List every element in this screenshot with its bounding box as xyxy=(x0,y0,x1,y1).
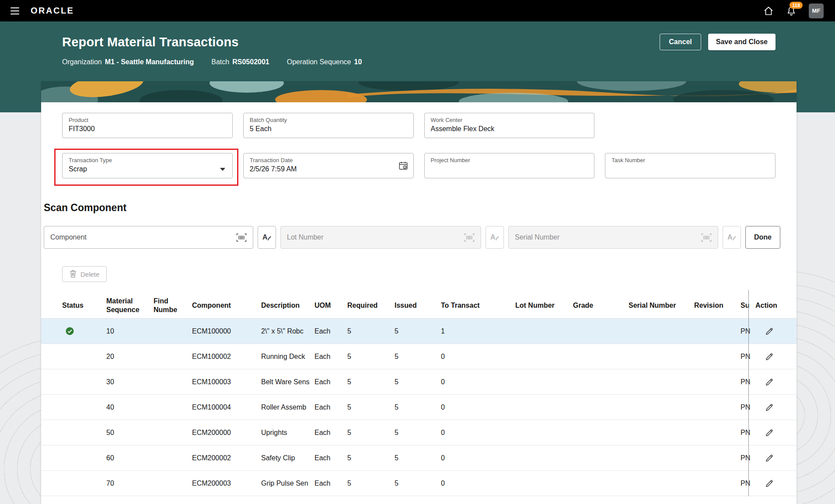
letter-a-glyph: A xyxy=(262,233,268,241)
avatar[interactable]: MF xyxy=(809,3,824,18)
cell-su: PN xyxy=(741,429,755,437)
transaction-date-field[interactable]: Transaction Date 2/5/26 7:59 AM xyxy=(243,153,414,178)
cell-to-transact: 0 xyxy=(441,353,515,361)
cell-material-sequence: 40 xyxy=(106,403,154,411)
column-header-grade: Grade xyxy=(573,301,629,310)
cell-issued: 5 xyxy=(395,429,441,437)
cell-su: PN xyxy=(741,327,755,335)
edit-pencil-icon[interactable] xyxy=(763,376,776,388)
context-batch: BatchRS0502001 xyxy=(211,58,269,66)
cell-description: Running Deck xyxy=(261,353,314,361)
batch-quantity-label: Batch Quantity xyxy=(250,117,407,123)
table-row[interactable]: 70ECM200003Grip Pulse SenEach550PN xyxy=(41,471,797,496)
home-icon[interactable] xyxy=(763,6,774,16)
context-bar: OrganizationM1 - Seattle Manufacturing B… xyxy=(62,58,776,66)
cell-required: 5 xyxy=(347,454,395,462)
cell-material-sequence: 30 xyxy=(106,378,154,386)
transaction-date-value: 2/5/26 7:59 AM xyxy=(250,165,407,173)
cell-material-sequence: 50 xyxy=(106,429,154,437)
work-center-value: Assemble Flex Deck xyxy=(431,125,588,133)
column-header-material-sequence: Material Sequence xyxy=(106,297,154,314)
barcode-icon[interactable] xyxy=(236,233,247,242)
table-row[interactable]: 30ECM100003Belt Ware SensEach550PN xyxy=(41,369,797,395)
cell-to-transact: 0 xyxy=(441,454,515,462)
menu-icon[interactable] xyxy=(9,6,21,16)
page-title: Report Material Transactions xyxy=(62,35,239,49)
action-cell xyxy=(755,401,797,414)
table-row[interactable]: 40ECM100004Roller AssembEach550PN xyxy=(41,395,797,420)
content-card: Product FIT3000 Batch Quantity 5 Each Wo… xyxy=(41,81,797,504)
notifications-icon[interactable]: 118 xyxy=(786,6,797,16)
text-entry-toggle-icon: A xyxy=(486,226,504,249)
delete-button[interactable]: Delete xyxy=(62,266,107,282)
component-input[interactable] xyxy=(50,233,232,241)
transaction-type-select[interactable]: Transaction Type Scrap xyxy=(62,153,233,178)
edit-pencil-icon[interactable] xyxy=(763,325,776,337)
components-table: StatusMaterial SequenceFind NumbeCompone… xyxy=(41,292,797,496)
task-number-label: Task Number xyxy=(611,157,769,163)
batch-quantity-field: Batch Quantity 5 Each xyxy=(243,113,414,138)
cancel-button[interactable]: Cancel xyxy=(660,34,701,50)
cell-material-sequence: 10 xyxy=(106,327,154,335)
cell-uom: Each xyxy=(314,378,347,386)
work-center-label: Work Center xyxy=(431,117,588,123)
text-entry-toggle-icon[interactable]: A xyxy=(258,226,276,249)
svg-text:A: A xyxy=(727,233,733,241)
cell-issued: 5 xyxy=(395,378,441,386)
table-row[interactable]: 10ECM1000002\" x 5\" RobcEach551PN xyxy=(41,319,797,344)
edit-pencil-icon[interactable] xyxy=(763,452,776,464)
action-cell xyxy=(755,427,797,439)
column-header-action: Action xyxy=(755,301,797,310)
table-row[interactable]: 50ECM200000UprightsEach550PN xyxy=(41,420,797,445)
cell-uom: Each xyxy=(314,429,347,437)
column-header-revision: Revision xyxy=(694,301,741,310)
done-button[interactable]: Done xyxy=(745,226,780,249)
project-number-field[interactable]: Project Number xyxy=(424,153,595,178)
cell-to-transact: 0 xyxy=(441,403,515,411)
cell-description: Belt Ware Sens xyxy=(261,378,314,386)
cell-su: PN xyxy=(741,480,755,487)
edit-pencil-icon[interactable] xyxy=(763,427,776,439)
cell-required: 5 xyxy=(347,378,395,386)
column-divider xyxy=(748,290,749,496)
barcode-icon xyxy=(701,233,712,242)
cell-su: PN xyxy=(741,378,755,386)
cell-uom: Each xyxy=(314,327,347,335)
text-entry-toggle-icon: A xyxy=(723,226,741,249)
column-header-required: Required xyxy=(347,301,395,310)
column-header-status: Status xyxy=(62,301,106,310)
cell-issued: 5 xyxy=(395,353,441,361)
table-row[interactable]: 20ECM100002Running DeckEach550PN xyxy=(41,344,797,369)
cell-issued: 5 xyxy=(395,480,441,487)
edit-pencil-icon[interactable] xyxy=(763,351,776,363)
cell-issued: 5 xyxy=(395,403,441,411)
cell-to-transact: 0 xyxy=(441,378,515,386)
cell-component: ECM100003 xyxy=(192,378,261,386)
lot-number-input[interactable] xyxy=(287,233,460,241)
cell-su: PN xyxy=(741,353,755,361)
edit-pencil-icon[interactable] xyxy=(763,401,776,414)
context-operation-sequence: Operation Sequence10 xyxy=(287,58,362,66)
transaction-form-row2: Transaction Type Scrap Transaction Date … xyxy=(41,153,797,178)
cell-required: 5 xyxy=(347,429,395,437)
save-and-close-button[interactable]: Save and Close xyxy=(708,34,776,50)
cell-issued: 5 xyxy=(395,454,441,462)
column-header-component: Component xyxy=(192,301,261,310)
task-number-field[interactable]: Task Number xyxy=(605,153,776,178)
cell-required: 5 xyxy=(347,353,395,361)
column-header-to-transact: To Transact xyxy=(441,301,515,310)
cell-component: ECM100002 xyxy=(192,353,261,361)
cell-uom: Each xyxy=(314,353,347,361)
cell-uom: Each xyxy=(314,403,347,411)
table-body: 10ECM1000002\" x 5\" RobcEach551PN20ECM1… xyxy=(41,319,797,496)
edit-pencil-icon[interactable] xyxy=(763,477,776,490)
table-row[interactable]: 60ECM200002Safety ClipEach550PN xyxy=(41,445,797,471)
cell-issued: 5 xyxy=(395,327,441,335)
calendar-icon[interactable] xyxy=(398,161,408,172)
cell-component: ECM200002 xyxy=(192,454,261,462)
cell-uom: Each xyxy=(314,454,347,462)
transaction-form-row1: Product FIT3000 Batch Quantity 5 Each Wo… xyxy=(41,113,797,138)
serial-number-input[interactable] xyxy=(515,233,697,241)
transaction-type-value: Scrap xyxy=(69,165,226,173)
column-header-issued: Issued xyxy=(395,301,441,310)
